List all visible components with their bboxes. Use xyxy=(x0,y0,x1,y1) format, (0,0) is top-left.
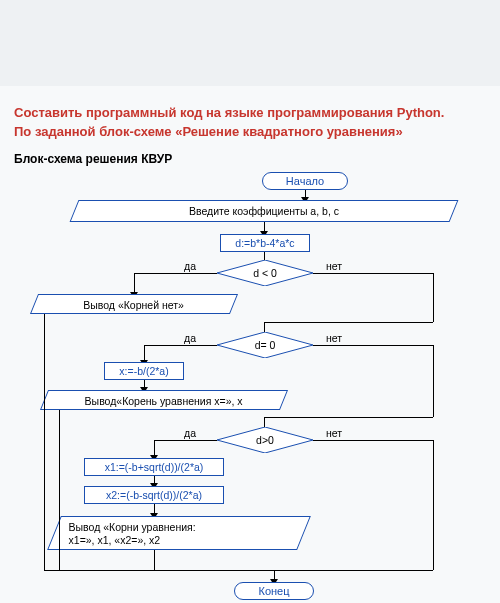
node-calc-x: x:=-b/(2*a) xyxy=(104,362,184,380)
node-noroots: Вывод «Корней нет» xyxy=(34,294,234,314)
node-calc-d: d:=b*b-4*a*c xyxy=(220,234,310,252)
node-dec-neg: d < 0 xyxy=(217,260,313,286)
dec-pos-label: d>0 xyxy=(256,434,274,446)
dec-neg-yes: да xyxy=(184,260,196,272)
node-calc-x-label: x:=-b/(2*a) xyxy=(119,365,168,377)
flowchart-canvas: Начало Введите коэффициенты a, b, c d:=b… xyxy=(14,172,486,602)
node-dec-zero: d= 0 xyxy=(217,332,313,358)
node-calc-x2-label: x2:=(-b-sqrt(d))/(2*a) xyxy=(106,489,202,501)
node-calc-x2: x2:=(-b-sqrt(d))/(2*a) xyxy=(84,486,224,504)
dec-neg-label: d < 0 xyxy=(253,267,277,279)
node-noroots-label: Вывод «Корней нет» xyxy=(43,299,225,311)
dec-zero-no: нет xyxy=(326,332,342,344)
dec-zero-label: d= 0 xyxy=(255,339,276,351)
node-calc-x1-label: x1:=(-b+sqrt(d))/(2*a) xyxy=(105,461,204,473)
dec-pos-no: нет xyxy=(326,427,342,439)
node-two-roots-l1: Вывод «Корни уравнения: xyxy=(69,521,196,533)
node-dec-pos: d>0 xyxy=(217,427,313,453)
headline-line2: По заданной блок-схеме «Решение квадратн… xyxy=(14,124,403,139)
dec-pos-yes: да xyxy=(184,427,196,439)
node-input-label: Введите коэффициенты a, b, c xyxy=(83,205,445,217)
node-input: Введите коэффициенты a, b, c xyxy=(74,200,454,222)
header-band xyxy=(0,0,500,86)
node-start: Начало xyxy=(262,172,348,190)
node-one-root-label: Вывод«Корень уравнения x=», x xyxy=(53,395,275,407)
diagram-title: Блок-схема решения КВУР xyxy=(14,152,486,166)
dec-neg-no: нет xyxy=(326,260,342,272)
node-two-roots-l2: x1=», x1, «x2=», x2 xyxy=(69,534,161,546)
dec-zero-yes: да xyxy=(184,332,196,344)
node-calc-x1: x1:=(-b+sqrt(d))/(2*a) xyxy=(84,458,224,476)
node-start-label: Начало xyxy=(286,175,324,187)
node-one-root: Вывод«Корень уравнения x=», x xyxy=(44,390,284,410)
node-calc-d-label: d:=b*b-4*a*c xyxy=(235,237,294,249)
headline-line1: Составить программный код на языке прогр… xyxy=(14,105,444,120)
node-two-roots: Вывод «Корни уравнения: x1=», x1, «x2=»,… xyxy=(54,516,304,550)
node-end: Конец xyxy=(234,582,314,600)
task-headline: Составить программный код на языке прогр… xyxy=(14,104,486,142)
node-end-label: Конец xyxy=(258,585,289,597)
